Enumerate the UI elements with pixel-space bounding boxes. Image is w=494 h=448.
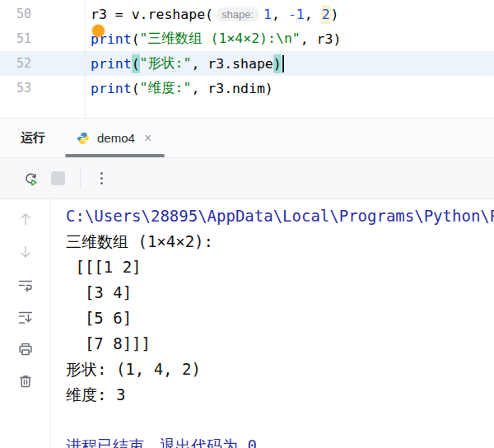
print-icon[interactable] [17, 341, 34, 361]
code-text: print("形状:", r3.shape) [85, 54, 284, 73]
editor-line-52[interactable]: 52print("形状:", r3.shape) [0, 51, 494, 76]
code-text: print("三维数组 (1×4×2):\n", r3) [85, 30, 341, 48]
active-tab-indicator [65, 154, 165, 157]
code-text: r3 = v.reshape(shape:1, -1, 2) [85, 5, 339, 24]
more-options-icon[interactable] [96, 170, 108, 186]
code-segment: ( [132, 54, 140, 73]
python-logo-icon [77, 132, 90, 145]
code-segment: -1 [288, 7, 305, 22]
scroll-to-end-icon[interactable] [17, 309, 34, 329]
line-number[interactable]: 50 [0, 7, 85, 21]
down-arrow-icon[interactable] [17, 244, 34, 264]
console-line: 维度: 3 [66, 382, 494, 408]
console-line: 形状: (1, 4, 2) [66, 357, 494, 382]
breakpoint-dot-icon[interactable] [92, 25, 105, 37]
close-icon[interactable]: × [144, 132, 151, 145]
code-segment: "维度:" [140, 79, 192, 97]
tab-demo4[interactable]: demo4 × [65, 119, 165, 157]
pycharm-window: 50r3 = v.reshape(shape:1, -1, 2)51print(… [0, 0, 494, 448]
editor-lines: 50r3 = v.reshape(shape:1, -1, 2)51print(… [0, 2, 494, 100]
code-segment: , r3) [301, 31, 342, 47]
code-segment: 2 [321, 5, 331, 24]
code-segment: 1 [263, 7, 272, 22]
editor-line-53[interactable]: 53print("维度:", r3.ndim) [0, 76, 494, 100]
rerun-icon[interactable] [23, 170, 40, 187]
code-text: print("维度:", r3.ndim) [85, 79, 273, 97]
code-segment: , [272, 7, 288, 22]
code-segment: "三维数组 (1×4×2):\n" [140, 30, 301, 48]
text-caret [282, 55, 285, 72]
code-segment: ( [132, 31, 140, 47]
editor-line-50[interactable]: 50r3 = v.reshape(shape:1, -1, 2) [0, 2, 494, 26]
run-toolwindow-header: 运行 demo4 × [0, 118, 494, 158]
editor-line-51[interactable]: 51print("三维数组 (1×4×2):\n", r3) [0, 26, 494, 51]
code-segment: , [305, 7, 321, 22]
run-toolbar [0, 158, 494, 199]
toolbar-divider [80, 168, 81, 189]
soft-wrap-icon[interactable] [17, 277, 34, 296]
console-line: [7 8]]] [66, 331, 494, 357]
console-panel: C:\Users\28895\AppData\Local\Programs\Py… [0, 199, 494, 448]
console-line [66, 408, 494, 433]
toolwindow-title: 运行 [21, 130, 45, 146]
line-number[interactable]: 53 [0, 81, 85, 96]
console-line: [[[1 2] [66, 254, 494, 280]
code-segment: r3 = v.reshape( [91, 7, 213, 22]
inline-parameter-hint: shape: [217, 7, 259, 21]
stop-icon[interactable] [51, 171, 65, 185]
line-number[interactable]: 51 [0, 31, 85, 46]
console-line: [5 6] [66, 306, 494, 331]
code-segment: ) [331, 7, 339, 22]
console-toolbar [0, 199, 51, 448]
code-segment: print [91, 56, 132, 72]
up-arrow-icon[interactable] [17, 211, 34, 231]
code-segment: , r3.shape [191, 56, 273, 72]
console-line: [3 4] [66, 280, 494, 306]
gutter-divider [85, 0, 86, 118]
code-editor[interactable]: 50r3 = v.reshape(shape:1, -1, 2)51print(… [0, 0, 494, 118]
code-segment: ) [273, 54, 282, 73]
code-segment: print [91, 81, 132, 96]
code-segment: , r3.ndim) [191, 81, 273, 96]
clear-icon[interactable] [17, 373, 34, 393]
console-line: 三维数组 (1×4×2): [66, 229, 494, 254]
console-line: C:\Users\28895\AppData\Local\Programs\Py… [66, 203, 494, 229]
code-segment: ( [132, 81, 140, 96]
line-number[interactable]: 52 [0, 56, 85, 71]
tab-label: demo4 [97, 131, 135, 145]
code-segment: "形状:" [140, 54, 192, 72]
process-exit-message: 进程已结束，退出代码为 0 [66, 433, 494, 448]
console-output[interactable]: C:\Users\28895\AppData\Local\Programs\Py… [51, 199, 494, 448]
